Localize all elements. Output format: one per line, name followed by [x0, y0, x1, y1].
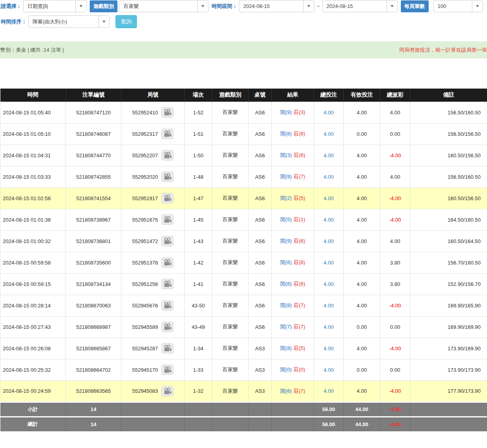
player-result: 閒(6) [280, 388, 292, 394]
payout: -4.00 [380, 380, 410, 402]
round-cell: 552951256 [121, 273, 185, 295]
per-page-chip: 每頁筆數 [401, 0, 429, 12]
video-replay-icon[interactable] [162, 343, 173, 353]
column-header: 備註 [410, 89, 487, 102]
round-number: 552945083 [132, 388, 158, 394]
total-bet-link[interactable]: 4.00 [314, 187, 344, 209]
valid-bet: 4.00 [344, 187, 380, 209]
session-number: 1-42 [185, 252, 212, 273]
date-to-select[interactable]: 2024-08-15 [322, 0, 398, 12]
session-number: 1-48 [185, 166, 212, 187]
session-number: 43-49 [185, 316, 212, 338]
table-row: 2024-08-15 00:25:32 521808664702 5529451… [0, 359, 487, 380]
game-type: 百家樂 [212, 316, 248, 338]
chevron-down-icon [472, 0, 483, 12]
round-number: 552952020 [132, 174, 158, 180]
balance-note: 169.90/169.90 [410, 316, 487, 338]
bet-time: 2024-08-15 00:27:43 [0, 316, 66, 338]
chevron-down-icon [303, 0, 314, 12]
video-replay-icon[interactable] [162, 236, 173, 246]
banker-result: 莊(7) [294, 388, 305, 394]
filter-bar: 請選擇： 日期查詢 遊戲類別 百家樂 時間區間： 2024-08-15 ~ 20… [0, 0, 487, 28]
bet-id: 521808741554 [66, 187, 121, 209]
total-bet-link[interactable]: 4.00 [314, 145, 344, 166]
bet-time: 2024-08-15 00:24:59 [0, 380, 66, 402]
filter-row-2: 時間排序： 降冪(由大到小) 查詢 [1, 15, 487, 28]
summary-row: 小計 14 56.00 44.00 -4.40 [0, 402, 487, 417]
video-replay-icon[interactable] [162, 107, 173, 118]
game-category-select[interactable]: 百家樂 [119, 0, 208, 12]
summary-count: 14 [66, 402, 121, 417]
balance-note: 156.50/156.50 [410, 123, 487, 145]
result-cell: 閒(3)莊(6) [272, 145, 314, 166]
chevron-down-icon [387, 0, 397, 12]
date-from-select[interactable]: 2024-08-15 [239, 0, 314, 12]
video-replay-icon[interactable] [162, 193, 173, 203]
banker-result: 莊(0) [294, 367, 305, 373]
summary-count: 14 [66, 417, 121, 431]
round-cell: 552951472 [121, 230, 185, 252]
total-bet-link[interactable]: 4.00 [314, 359, 344, 380]
bet-id: 521808664702 [66, 359, 121, 380]
query-type-select[interactable]: 日期查詢 [23, 0, 87, 12]
total-bet-link[interactable]: 4.00 [314, 102, 344, 123]
game-type: 百家樂 [212, 145, 248, 166]
table-number: AS6 [248, 316, 272, 338]
per-page-value: 100 [434, 3, 472, 9]
payout: 0.00 [380, 123, 410, 145]
summary-payout: -4.40 [380, 417, 410, 431]
total-bet-link[interactable]: 4.00 [314, 380, 344, 402]
result-cell: 閒(9)莊(7) [272, 166, 314, 187]
table-row: 2024-08-15 00:27:43 521808668987 5529455… [0, 316, 487, 338]
sort-select[interactable]: 降冪(由大到小) [28, 15, 110, 28]
total-bet-link[interactable]: 4.00 [314, 316, 344, 338]
result-cell: 閒(6)莊(7) [272, 380, 314, 402]
video-replay-icon[interactable] [162, 150, 173, 160]
video-replay-icon[interactable] [162, 365, 173, 375]
banker-result: 莊(7) [294, 302, 305, 308]
table-number: AS6 [248, 123, 272, 145]
bet-id: 521808738967 [66, 209, 121, 230]
table-body: 2024-08-15 01:05:40 521808747120 5529524… [0, 102, 487, 402]
chevron-down-icon [98, 16, 109, 27]
table-number: AS3 [248, 380, 272, 402]
total-bet-link[interactable]: 4.00 [314, 252, 344, 273]
per-page-select[interactable]: 100 [433, 0, 483, 12]
result-cell: 閒(6)莊(8) [272, 273, 314, 295]
query-type-label: 請選擇： [1, 3, 21, 10]
balance-note: 173.90/169.90 [410, 338, 487, 359]
total-bet-link[interactable]: 4.00 [314, 230, 344, 252]
total-bet-link[interactable]: 4.00 [314, 209, 344, 230]
game-category-chip: 遊戲類別 [90, 0, 117, 12]
balance-note: 173.90/173.90 [410, 359, 487, 380]
summary-valid-bet: 44.00 [344, 402, 380, 417]
total-bet-link[interactable]: 4.00 [314, 338, 344, 359]
total-bet-link[interactable]: 4.00 [314, 166, 344, 187]
result-cell: 閒(8)莊(5) [272, 338, 314, 359]
bet-time: 2024-08-15 01:02:56 [0, 187, 66, 209]
banker-result: 莊(8) [294, 281, 305, 287]
query-button[interactable]: 查詢 [115, 15, 137, 28]
total-bet-link[interactable]: 4.00 [314, 295, 344, 316]
video-replay-icon[interactable] [162, 214, 173, 225]
video-replay-icon[interactable] [162, 129, 173, 139]
bet-time: 2024-08-15 00:26:08 [0, 338, 66, 359]
video-replay-icon[interactable] [162, 279, 173, 289]
video-replay-icon[interactable] [162, 257, 173, 268]
bet-id: 521808663565 [66, 380, 121, 402]
summary-label: 總計 [0, 417, 66, 431]
bet-id: 521808744770 [66, 145, 121, 166]
video-replay-icon[interactable] [162, 386, 173, 396]
valid-bet: 4.00 [344, 380, 380, 402]
payout: 4.00 [380, 166, 410, 187]
table-number: AS6 [248, 295, 272, 316]
total-bet-link[interactable]: 4.00 [314, 123, 344, 145]
table-number: AS3 [248, 338, 272, 359]
video-replay-icon[interactable] [162, 300, 173, 311]
player-result: 閒(8) [280, 302, 292, 308]
video-replay-icon[interactable] [162, 322, 173, 332]
total-bet-link[interactable]: 4.00 [314, 273, 344, 295]
result-cell: 閒(6)莊(8) [272, 252, 314, 273]
video-replay-icon[interactable] [162, 172, 173, 182]
session-number: 43-50 [185, 295, 212, 316]
